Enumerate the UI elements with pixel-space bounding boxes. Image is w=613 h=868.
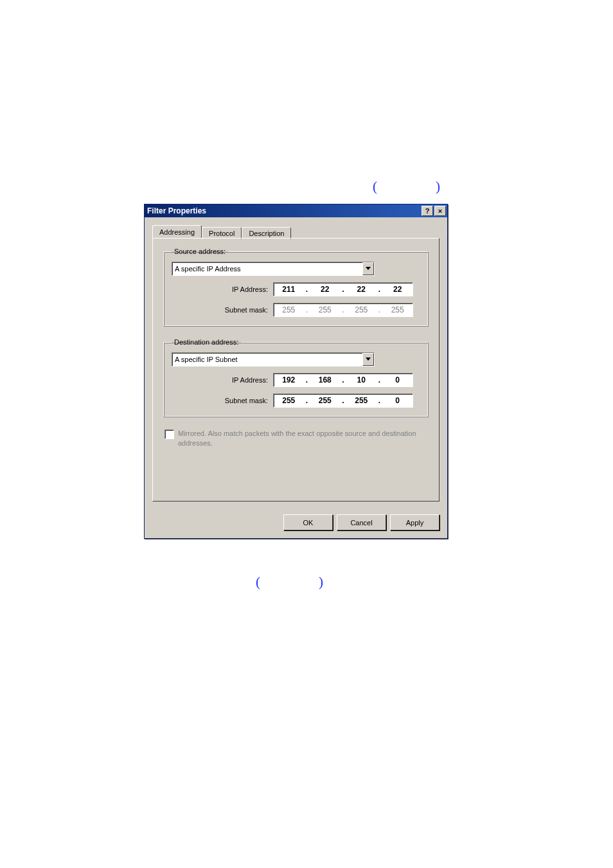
ip-octet: 255 [276, 305, 301, 314]
tab-addressing[interactable]: Addressing [152, 225, 202, 238]
titlebar[interactable]: Filter Properties ? × [145, 204, 447, 217]
destination-address-group: Destination address: A specific IP Subne… [163, 338, 429, 417]
source-address-type-dropdown[interactable]: A specific IP Address [172, 262, 375, 276]
ok-button[interactable]: OK [283, 514, 333, 530]
dialog-title: Filter Properties [147, 206, 420, 215]
tab-panel-addressing: Source address: A specific IP Address IP… [152, 238, 440, 502]
ip-octet[interactable]: 255 [276, 396, 301, 405]
ip-octet[interactable]: 168 [312, 375, 338, 384]
ip-octet[interactable]: 255 [312, 396, 338, 405]
help-icon: ? [425, 208, 430, 215]
source-address-legend: Source address: [172, 248, 228, 255]
destination-ip-input[interactable]: 192. 168. 10. 0 [273, 373, 413, 387]
source-address-type-value: A specific IP Address [175, 265, 362, 273]
titlebar-help-button[interactable]: ? [422, 206, 433, 216]
ip-octet: 255 [312, 305, 338, 314]
svg-marker-0 [366, 267, 371, 270]
ip-octet[interactable]: 211 [276, 285, 301, 294]
dialog-button-row: OK Cancel Apply [145, 509, 447, 538]
mirrored-checkbox-label: Mirrored. Also match packets with the ex… [178, 429, 427, 448]
svg-marker-1 [366, 357, 371, 361]
destination-mask-label: Subnet mask: [172, 397, 273, 404]
chevron-down-icon [362, 262, 374, 275]
ip-octet: 255 [348, 305, 374, 314]
close-icon: × [438, 208, 442, 215]
source-address-group: Source address: A specific IP Address IP… [163, 248, 429, 327]
paren-close: ) [436, 179, 440, 195]
paren-open: ( [256, 574, 260, 590]
destination-address-legend: Destination address: [172, 338, 241, 346]
destination-ip-label: IP Address: [172, 376, 273, 384]
ip-octet[interactable]: 255 [348, 396, 374, 405]
tab-strip: Addressing Protocol Description [152, 224, 440, 238]
titlebar-close-button[interactable]: × [434, 206, 446, 216]
source-ip-input[interactable]: 211. 22. 22. 22 [273, 282, 413, 296]
ip-octet[interactable]: 22 [348, 285, 374, 294]
source-mask-input: 255. 255. 255. 255 [273, 303, 413, 317]
filter-properties-dialog: Filter Properties ? × Addressing Protoco… [144, 204, 448, 539]
paren-close: ) [319, 574, 323, 590]
mirrored-checkbox[interactable] [164, 429, 174, 439]
ip-octet[interactable]: 10 [348, 375, 374, 384]
ip-octet[interactable]: 22 [385, 285, 411, 294]
ip-octet: 255 [385, 305, 411, 314]
paren-open: ( [373, 179, 377, 195]
ip-octet[interactable]: 0 [385, 396, 411, 405]
chevron-down-icon [362, 353, 374, 366]
ip-octet[interactable]: 22 [312, 285, 338, 294]
ip-octet[interactable]: 0 [385, 375, 411, 384]
apply-button[interactable]: Apply [390, 514, 440, 530]
destination-address-type-dropdown[interactable]: A specific IP Subnet [172, 352, 375, 366]
destination-mask-input[interactable]: 255. 255. 255. 0 [273, 393, 413, 408]
source-ip-label: IP Address: [172, 285, 273, 293]
ip-octet[interactable]: 192 [276, 375, 301, 384]
destination-address-type-value: A specific IP Subnet [175, 356, 362, 363]
cancel-button[interactable]: Cancel [337, 514, 386, 530]
source-mask-label: Subnet mask: [172, 306, 273, 314]
